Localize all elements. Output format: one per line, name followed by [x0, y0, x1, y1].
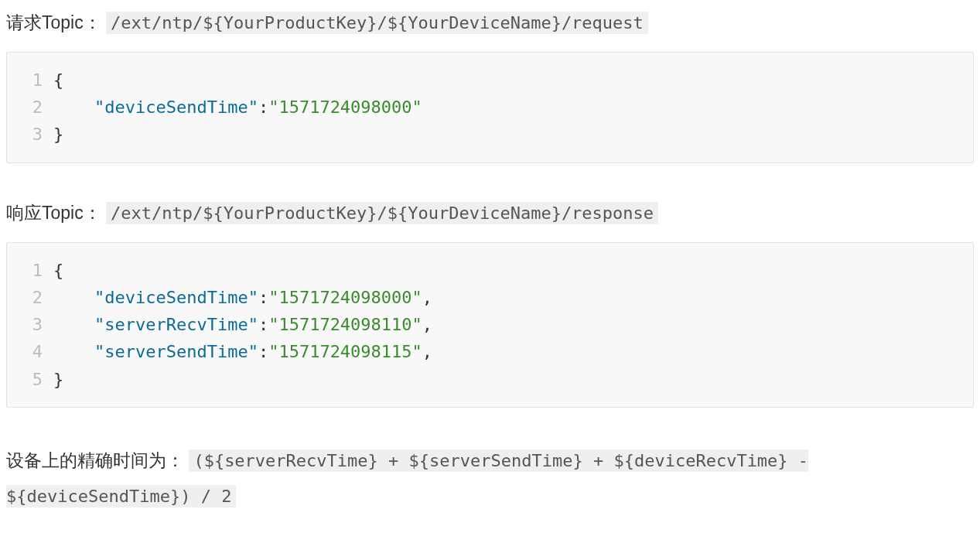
response-topic-label: 响应Topic：	[6, 203, 101, 223]
token-strkey: "serverRecvTime"	[94, 315, 258, 334]
code-line: 1{	[18, 67, 962, 94]
line-number: 5	[18, 366, 43, 393]
token-strval: "1571724098000"	[268, 288, 422, 307]
token-strval: "1571724098000"	[268, 97, 422, 117]
token-punc: {	[53, 261, 63, 280]
line-number: 1	[18, 67, 43, 94]
code-content: {	[53, 67, 63, 94]
code-line: 2 "deviceSendTime":"1571724098000",	[18, 284, 962, 311]
code-content: {	[53, 257, 63, 284]
token-punc: }	[53, 370, 63, 389]
token-strkey: "deviceSendTime"	[94, 288, 258, 307]
line-number: 2	[18, 94, 43, 121]
request-topic-label: 请求Topic：	[6, 12, 101, 32]
response-topic-code: /ext/ntp/${YourProductKey}/${YourDeviceN…	[106, 202, 658, 224]
token-punc: {	[53, 70, 63, 90]
token-strkey: "deviceSendTime"	[94, 97, 258, 117]
line-number: 4	[18, 338, 43, 365]
response-section: 响应Topic： /ext/ntp/${YourProductKey}/${Yo…	[6, 198, 974, 408]
token-punc: ,	[422, 315, 432, 334]
token-strval: "1571724098115"	[268, 342, 422, 361]
token-punc: :	[258, 97, 268, 117]
formula-label: 设备上的精确时间为：	[6, 450, 184, 470]
code-line: 1{	[18, 257, 962, 284]
code-line: 5}	[18, 366, 962, 393]
request-topic-code: /ext/ntp/${YourProductKey}/${YourDeviceN…	[106, 12, 648, 34]
formula-section: 设备上的精确时间为： (${serverRecvTime} + ${server…	[6, 443, 974, 514]
request-section: 请求Topic： /ext/ntp/${YourProductKey}/${Yo…	[6, 8, 974, 163]
line-number: 2	[18, 284, 43, 311]
token-punc: :	[258, 342, 268, 361]
token-strkey: "serverSendTime"	[94, 342, 258, 361]
line-number: 3	[18, 311, 43, 338]
token-punc: ,	[422, 288, 432, 307]
response-code-block: 1{2 "deviceSendTime":"1571724098000",3 "…	[6, 242, 974, 408]
code-content: "deviceSendTime":"1571724098000",	[53, 284, 432, 311]
code-content: "deviceSendTime":"1571724098000"	[53, 94, 422, 121]
code-content: }	[53, 121, 63, 148]
code-content: "serverRecvTime":"1571724098110",	[53, 311, 432, 338]
code-line: 3 "serverRecvTime":"1571724098110",	[18, 311, 962, 338]
request-topic-line: 请求Topic： /ext/ntp/${YourProductKey}/${Yo…	[6, 8, 974, 38]
code-line: 4 "serverSendTime":"1571724098115",	[18, 338, 962, 365]
token-strval: "1571724098110"	[268, 315, 422, 334]
code-line: 3}	[18, 121, 962, 148]
response-topic-line: 响应Topic： /ext/ntp/${YourProductKey}/${Yo…	[6, 198, 974, 228]
request-code-block: 1{2 "deviceSendTime":"1571724098000"3}	[6, 52, 974, 163]
token-punc: ,	[422, 342, 432, 361]
token-punc: :	[258, 315, 268, 334]
line-number: 3	[18, 121, 43, 148]
token-punc: :	[258, 288, 268, 307]
code-content: "serverSendTime":"1571724098115",	[53, 338, 432, 365]
code-line: 2 "deviceSendTime":"1571724098000"	[18, 94, 962, 121]
line-number: 1	[18, 257, 43, 284]
code-content: }	[53, 366, 63, 393]
token-punc: }	[53, 125, 63, 144]
